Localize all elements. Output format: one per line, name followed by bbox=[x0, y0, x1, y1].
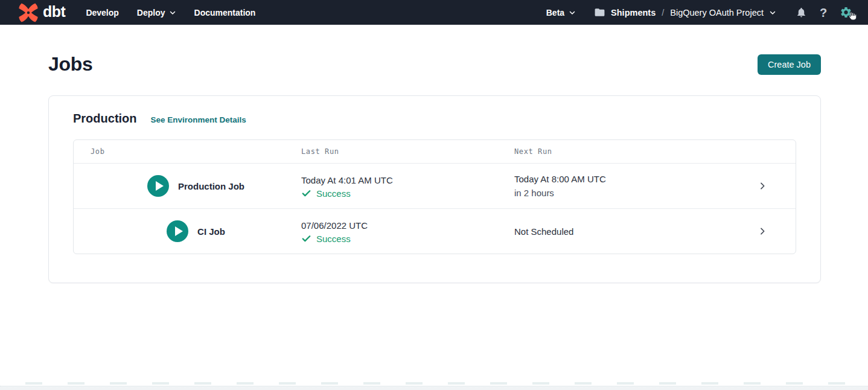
main-content: Jobs Create Job Production See Environme… bbox=[0, 53, 868, 283]
environment-card: Production See Environment Details Job L… bbox=[48, 95, 821, 283]
nav-item-label: Develop bbox=[86, 8, 118, 18]
bottom-dashed-divider bbox=[0, 382, 868, 385]
run-job-button[interactable] bbox=[147, 175, 169, 197]
bottom-bar bbox=[0, 386, 868, 390]
next-run-time: Today At 8:00 AM UTC bbox=[514, 173, 723, 185]
row-chevron-cell bbox=[723, 209, 796, 254]
next-run-note: in 2 hours bbox=[514, 187, 723, 199]
nav-item-label: Deploy bbox=[137, 8, 165, 18]
jobs-table: Job Last Run Next Run Production Job Tod… bbox=[73, 139, 796, 254]
column-header-spacer bbox=[723, 140, 796, 163]
chevron-down-icon bbox=[569, 9, 576, 16]
run-job-button[interactable] bbox=[167, 220, 188, 242]
settings-button[interactable] bbox=[839, 6, 852, 19]
breadcrumb-separator: / bbox=[661, 8, 665, 18]
beta-dropdown[interactable]: Beta bbox=[546, 8, 576, 18]
next-run-cell: Today At 8:00 AM UTC in 2 hours bbox=[514, 164, 723, 208]
chevron-right-icon[interactable] bbox=[758, 226, 767, 236]
jobs-table-header: Job Last Run Next Run bbox=[74, 140, 796, 163]
status-label: Success bbox=[316, 188, 351, 199]
gear-icon bbox=[840, 6, 852, 19]
nav-item-label: Documentation bbox=[194, 8, 256, 18]
status-label: Success bbox=[316, 234, 351, 244]
help-button[interactable]: ? bbox=[817, 6, 830, 19]
environment-header: Production See Environment Details bbox=[73, 112, 796, 126]
job-name: CI Job bbox=[197, 226, 225, 237]
chevron-right-icon[interactable] bbox=[758, 181, 767, 191]
title-row: Jobs Create Job bbox=[48, 53, 821, 75]
chevron-down-icon bbox=[769, 9, 776, 16]
last-run-cell: 07/06/2022 UTC Success bbox=[301, 209, 514, 254]
table-row-production-job[interactable]: Production Job Today At 4:01 AM UTC Succ… bbox=[74, 163, 796, 208]
environment-name: Production bbox=[73, 112, 137, 126]
job-cell: Production Job bbox=[74, 164, 301, 208]
row-chevron-cell bbox=[723, 164, 796, 208]
next-run-cell: Not Scheduled bbox=[514, 209, 723, 254]
last-run-status: Success bbox=[301, 234, 514, 244]
next-run-time: Not Scheduled bbox=[514, 225, 723, 238]
chevron-down-icon bbox=[169, 9, 176, 16]
project-breadcrumb[interactable]: Shipments / BigQuery OAuth Project bbox=[594, 7, 776, 18]
dbt-logo[interactable]: dbt bbox=[18, 2, 65, 23]
see-environment-details-link[interactable]: See Environment Details bbox=[151, 115, 246, 124]
navbar-icon-group: ? bbox=[794, 6, 852, 19]
job-name: Production Job bbox=[178, 181, 244, 191]
brand-text: dbt bbox=[43, 4, 65, 21]
table-row-ci-job[interactable]: CI Job 07/06/2022 UTC Success Not Schedu… bbox=[74, 208, 796, 254]
question-mark-icon: ? bbox=[820, 7, 827, 19]
bell-icon bbox=[796, 7, 807, 18]
page-title: Jobs bbox=[48, 53, 93, 75]
check-icon bbox=[301, 188, 311, 199]
account-name: Shipments bbox=[611, 8, 656, 18]
last-run-time: 07/06/2022 UTC bbox=[301, 219, 514, 232]
nav-item-documentation[interactable]: Documentation bbox=[194, 8, 256, 18]
project-name: BigQuery OAuth Project bbox=[670, 8, 764, 18]
last-run-time: Today At 4:01 AM UTC bbox=[301, 174, 514, 187]
beta-label: Beta bbox=[546, 8, 564, 18]
folder-icon bbox=[594, 7, 605, 18]
top-navbar: dbt Develop Deploy Documentation Beta Sh… bbox=[0, 0, 868, 25]
column-header-job: Job bbox=[74, 140, 301, 163]
nav-item-develop[interactable]: Develop bbox=[86, 8, 118, 18]
create-job-button[interactable]: Create Job bbox=[758, 54, 821, 75]
column-header-next-run: Next Run bbox=[514, 140, 723, 163]
notifications-button[interactable] bbox=[794, 6, 808, 19]
play-icon bbox=[156, 181, 164, 191]
play-icon bbox=[175, 226, 183, 236]
check-icon bbox=[301, 234, 311, 244]
column-header-last-run: Last Run bbox=[301, 140, 514, 163]
navbar-right: Beta Shipments / BigQuery OAuth Project … bbox=[546, 6, 852, 19]
dbt-flame-icon bbox=[18, 2, 39, 23]
nav-item-deploy[interactable]: Deploy bbox=[137, 8, 176, 18]
last-run-status: Success bbox=[301, 188, 514, 199]
last-run-cell: Today At 4:01 AM UTC Success bbox=[301, 164, 514, 208]
primary-nav: Develop Deploy Documentation bbox=[86, 8, 255, 18]
job-cell: CI Job bbox=[74, 209, 301, 254]
